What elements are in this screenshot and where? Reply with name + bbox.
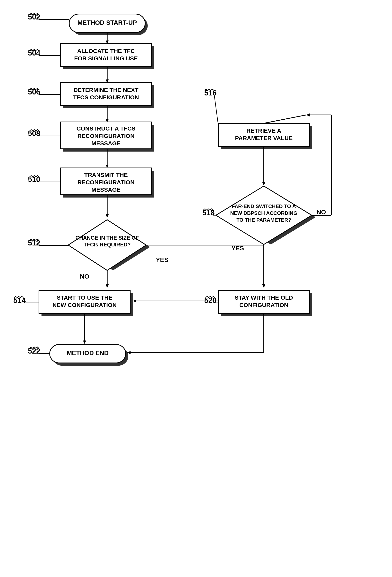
- node-508-label-1: CONSTRUCT A TFCS: [76, 125, 136, 132]
- svg-line-43: [214, 95, 218, 125]
- node-518-label-2: NEW DBPSCH ACCORDING: [230, 210, 297, 216]
- svg-marker-24: [106, 214, 109, 218]
- node-502-label: METHOD START-UP: [77, 19, 137, 26]
- node-512-label-1: CHANGE IN THE SIZE OF: [75, 235, 139, 241]
- node-504-label-2: FOR SIGNALLING USE: [74, 55, 138, 62]
- node-514-label-2: NEW CONFIGURATION: [52, 302, 116, 308]
- svg-marker-38: [133, 299, 136, 302]
- svg-line-53: [264, 115, 306, 123]
- svg-marker-40: [83, 340, 86, 344]
- node-508-label-3: MESSAGE: [91, 140, 121, 146]
- no-label-512: NO: [80, 273, 89, 280]
- svg-marker-19: [106, 165, 109, 168]
- node-508-label-2: RECONFIGURATION: [77, 133, 135, 139]
- no-label-518: NO: [317, 209, 326, 216]
- flowchart: METHOD START-UP 502 ALLOCATE THE TFC FOR…: [0, 0, 392, 577]
- node-504-label-1: ALLOCATE THE TFC: [77, 48, 135, 54]
- step-514: 514: [13, 296, 26, 304]
- node-520-label-2: CONFIGURATION: [239, 302, 288, 308]
- node-522-label: METHOD END: [67, 350, 108, 357]
- node-510-label-2: RECONFIGURATION: [77, 179, 135, 185]
- node-518-label-1: FAR-END SWITCHED TO A: [232, 203, 296, 209]
- node-510-label-1: TRANSMIT THE: [84, 172, 128, 178]
- yes-label-518: YES: [231, 245, 244, 252]
- svg-marker-52: [306, 113, 310, 116]
- node-518-label-3: TO THE PARAMETER?: [237, 217, 291, 223]
- svg-marker-45: [262, 182, 265, 185]
- node-520-label-1: STAY WITH THE OLD: [235, 294, 293, 301]
- node-516-label-1: RETRIEVE A: [247, 127, 281, 134]
- node-506-label-2: TFCS CONFIGURATION: [73, 94, 139, 101]
- yes-label-512: YES: [156, 256, 168, 263]
- node-514-label-1: START TO USE THE: [57, 294, 112, 301]
- svg-marker-55: [262, 285, 265, 288]
- node-516-label-2: PARAMETER VALUE: [235, 135, 293, 141]
- node-506-label-1: DETERMINE THE NEXT: [73, 87, 138, 93]
- svg-marker-33: [106, 285, 109, 288]
- node-512-label-2: TFCIs REQUIRED?: [84, 242, 131, 248]
- node-510-label-3: MESSAGE: [91, 186, 121, 193]
